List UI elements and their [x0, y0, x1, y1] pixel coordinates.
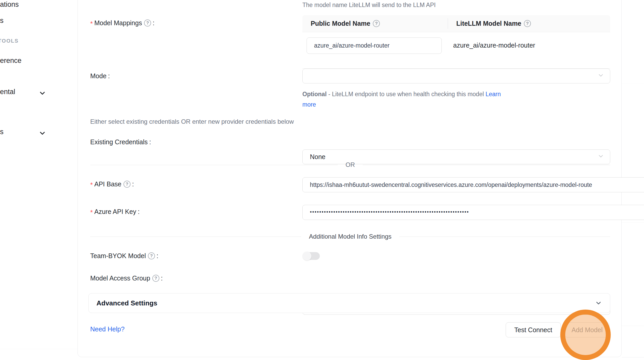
- mode-select[interactable]: [302, 69, 610, 83]
- chevron-down-icon: [597, 153, 604, 161]
- masked-api-key: ••••••••••••••••••••••••••••••••••••••••…: [310, 209, 469, 215]
- label-colon: :: [108, 72, 110, 80]
- background-row-line: [622, 222, 644, 222]
- help-icon[interactable]: ?: [144, 19, 151, 27]
- chevron-down-icon: [595, 299, 602, 307]
- divider-line: [90, 165, 338, 165]
- additional-info-divider-text: Additional Model Info Settings: [301, 233, 399, 240]
- label-colon: :: [138, 208, 140, 215]
- mode-hint-text: - LiteLLM endpoint to use when health ch…: [327, 91, 485, 97]
- toggle-knob: [303, 252, 311, 260]
- model-mappings-label: Model Mappings: [94, 19, 142, 27]
- chevron-down-icon: [597, 72, 604, 80]
- existing-credentials-value: None: [310, 153, 326, 161]
- team-byok-label-row: Team-BYOK Model ? :: [90, 252, 158, 260]
- sidebar-item-settings[interactable]: s: [0, 128, 4, 136]
- divider-line: [363, 165, 610, 165]
- divider-line: [90, 237, 301, 237]
- model-mappings-table-header: Public Model Name ? LiteLLM Model Name ?: [302, 15, 610, 32]
- help-icon[interactable]: ?: [524, 20, 531, 27]
- label-colon: :: [149, 138, 151, 146]
- credentials-note: Either select existing credentials OR en…: [90, 118, 294, 125]
- label-colon: :: [161, 274, 163, 282]
- sidebar-divider: [0, 349, 77, 349]
- background-row-line: [622, 357, 644, 357]
- add-model-form-page: ations s TOOLS erence ental s The model …: [0, 0, 644, 360]
- litellm-model-name-header-label: LiteLLM Model Name: [456, 20, 521, 27]
- test-connect-button[interactable]: Test Connect: [506, 322, 561, 337]
- team-byok-toggle[interactable]: [303, 252, 320, 260]
- sidebar-item-organizations[interactable]: ations: [0, 1, 19, 9]
- model-mappings-table: Public Model Name ? LiteLLM Model Name ?…: [302, 15, 610, 69]
- need-help-link[interactable]: Need Help?: [90, 325, 125, 333]
- model-name-hint: The model name LiteLLM will send to the …: [302, 2, 436, 9]
- divider-line: [399, 237, 610, 237]
- sidebar-item-inference[interactable]: erence: [0, 57, 22, 65]
- label-colon: :: [132, 180, 134, 188]
- chevron-down-icon[interactable]: [38, 129, 46, 138]
- azure-api-key-input[interactable]: ••••••••••••••••••••••••••••••••••••••••…: [302, 205, 644, 220]
- sidebar-item-experimental[interactable]: ental: [0, 88, 15, 96]
- required-mark: *: [90, 20, 93, 28]
- existing-credentials-label: Existing Credentials: [90, 138, 148, 146]
- chevron-down-icon[interactable]: [38, 89, 46, 98]
- additional-info-divider: Additional Model Info Settings: [90, 233, 610, 240]
- or-divider-text: OR: [338, 161, 363, 168]
- or-divider: OR: [90, 161, 610, 168]
- required-mark: *: [90, 209, 93, 216]
- help-icon[interactable]: ?: [373, 20, 380, 27]
- label-colon: :: [153, 19, 154, 27]
- background-row-line: [622, 83, 644, 83]
- model-mappings-label-row: * Model Mappings ? :: [90, 19, 154, 27]
- model-access-group-label-row: Model Access Group ? :: [90, 274, 163, 282]
- azure-api-key-label-row: * Azure API Key :: [90, 208, 140, 215]
- public-model-name-header: Public Model Name ?: [302, 15, 448, 32]
- api-base-label: API Base: [94, 180, 121, 188]
- litellm-model-name-value: azure_ai/azure-model-router: [453, 42, 535, 49]
- api-base-label-row: * API Base ? :: [90, 180, 134, 188]
- label-colon: :: [157, 252, 158, 260]
- help-icon[interactable]: ?: [123, 181, 131, 188]
- add-model-button[interactable]: Add Model: [565, 322, 609, 337]
- mode-label: Mode: [90, 72, 107, 80]
- public-model-name-input[interactable]: [307, 37, 442, 54]
- help-icon[interactable]: ?: [152, 275, 159, 282]
- model-mappings-table-row: azure_ai/azure-model-router: [302, 32, 610, 69]
- mode-hint: Optional - LiteLLM endpoint to use when …: [302, 89, 513, 110]
- help-icon[interactable]: ?: [148, 252, 155, 259]
- existing-credentials-label-row: Existing Credentials :: [90, 138, 151, 146]
- api-base-input[interactable]: [302, 177, 644, 192]
- advanced-settings-title: Advanced Settings: [96, 299, 157, 307]
- team-byok-label: Team-BYOK Model: [90, 252, 146, 260]
- advanced-settings-panel[interactable]: Advanced Settings: [88, 293, 610, 313]
- mode-hint-optional: Optional: [302, 91, 327, 97]
- azure-api-key-label: Azure API Key: [94, 208, 136, 215]
- required-mark: *: [90, 181, 93, 189]
- public-model-name-header-label: Public Model Name: [311, 20, 370, 27]
- sidebar-item-models[interactable]: s: [0, 17, 4, 25]
- model-access-group-label: Model Access Group: [90, 274, 150, 282]
- mode-label-row: Mode :: [90, 72, 110, 80]
- sidebar-section-tools: TOOLS: [0, 38, 19, 44]
- litellm-model-name-header: LiteLLM Model Name ?: [448, 15, 531, 32]
- background-row-line: [622, 326, 644, 326]
